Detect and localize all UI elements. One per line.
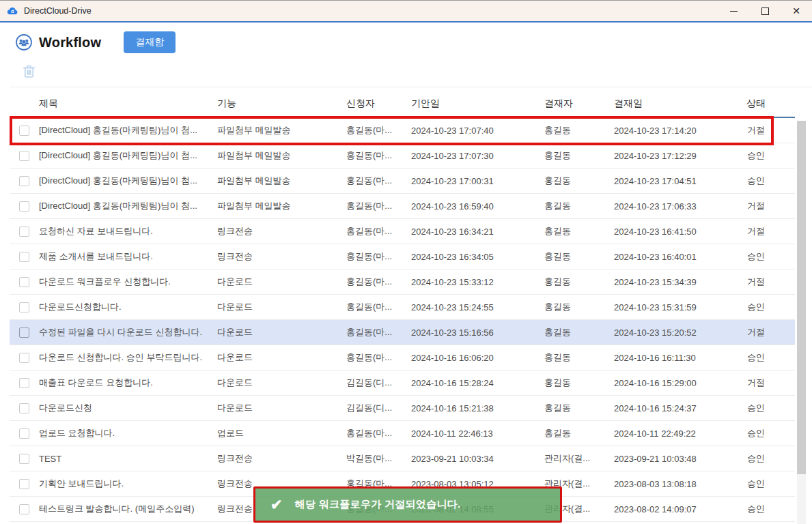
row-checkbox[interactable] bbox=[19, 378, 29, 388]
vertical-scrollbar[interactable] bbox=[797, 121, 806, 524]
table-row[interactable]: 다운로드신청 다운로드 김길동(디... 2024-10-16 15:21:38… bbox=[10, 396, 795, 421]
row-applicant: 홍길동(마... bbox=[346, 124, 411, 136]
row-title: 테스트링크 발송합니다. (메일주소입력) bbox=[39, 503, 217, 515]
row-function: 링크전송 bbox=[217, 225, 346, 237]
row-approval-date: 2024-10-23 16:41:50 bbox=[614, 227, 724, 237]
column-header-draft-date: 기안일 bbox=[411, 98, 544, 110]
row-approval-date: 2024-10-23 15:31:59 bbox=[614, 302, 724, 312]
table-row[interactable]: 다운로드 신청합니다. 승인 부탁드립니다. 다운로드 홍길동(마... 202… bbox=[10, 345, 795, 370]
row-function: 링크전송 bbox=[217, 452, 346, 465]
row-approver: 홍길동 bbox=[544, 351, 614, 364]
row-draft-date: 2024-10-23 17:07:30 bbox=[411, 151, 544, 161]
column-header-approver: 결재자 bbox=[544, 98, 614, 110]
row-function: 파일첨부 메일발송 bbox=[217, 175, 346, 187]
row-approver: 홍길동 bbox=[544, 200, 614, 212]
row-status: 승인 bbox=[724, 402, 795, 414]
row-checkbox[interactable] bbox=[19, 353, 29, 363]
row-status: 승인 bbox=[724, 301, 795, 313]
row-function: 다운로드 bbox=[217, 351, 346, 364]
row-approval-date: 2024-10-23 17:04:51 bbox=[614, 176, 724, 186]
approval-box-button[interactable]: 결재함 bbox=[124, 31, 176, 53]
row-checkbox[interactable] bbox=[19, 504, 29, 514]
table-row[interactable]: 제품 소개서를 보내드립니다. 링크전송 홍길동(마... 2024-10-23… bbox=[10, 244, 795, 270]
row-checkbox[interactable] bbox=[19, 428, 29, 439]
row-checkbox[interactable] bbox=[19, 403, 29, 413]
row-draft-date: 2024-10-23 16:34:21 bbox=[411, 227, 544, 237]
row-approver: 홍길동 bbox=[544, 250, 614, 263]
row-function: 업로드 bbox=[217, 427, 346, 439]
table-row[interactable]: [DirectCloud] 홍길동(마케팅팀)님이 첨... 파일첨부 메일발송… bbox=[10, 143, 795, 169]
titlebar: d DirectCloud-Drive ✕ bbox=[0, 0, 812, 23]
table-row[interactable]: 요청하신 자료 보내드립니다. 링크전송 홍길동(마... 2024-10-23… bbox=[10, 219, 795, 244]
row-checkbox[interactable] bbox=[19, 126, 29, 136]
table-row[interactable]: TEST 링크전송 박길동(마... 2023-09-21 10:03:34 관… bbox=[10, 446, 795, 471]
row-status: 승인 bbox=[724, 351, 795, 364]
row-checkbox[interactable] bbox=[19, 227, 29, 237]
window-title: DirectCloud-Drive bbox=[24, 6, 92, 16]
row-status: 거절 bbox=[724, 200, 795, 212]
row-checkbox[interactable] bbox=[19, 302, 29, 312]
table-row[interactable]: 다운로드신청합니다. 다운로드 홍길동(마... 2024-10-23 15:2… bbox=[10, 295, 795, 320]
row-checkbox[interactable] bbox=[19, 176, 29, 186]
workflow-table: 제목 기능 신청자 기안일 결재자 결재일 상태 [DirectCloud] 홍… bbox=[10, 91, 795, 522]
row-draft-date: 2024-10-23 16:59:40 bbox=[411, 201, 544, 212]
row-checkbox[interactable] bbox=[19, 277, 29, 287]
row-status: 거절 bbox=[724, 377, 795, 389]
row-function: 파일첨부 메일발송 bbox=[217, 149, 346, 162]
row-approval-date: 2024-10-23 17:12:29 bbox=[614, 151, 724, 161]
row-title: 기획안 보내드립니다. bbox=[39, 478, 217, 490]
row-checkbox[interactable] bbox=[19, 454, 29, 464]
row-applicant: 홍길동(마... bbox=[346, 250, 411, 263]
row-approval-date: 2024-10-23 17:06:33 bbox=[614, 201, 724, 212]
row-approval-date: 2024-10-16 16:11:30 bbox=[614, 353, 724, 363]
scrollbar-thumb[interactable] bbox=[797, 121, 806, 474]
table-row[interactable]: 수정된 파일을 다시 다운로드 신청합니다. 다운로드 홍길동(마... 202… bbox=[10, 320, 795, 345]
maximize-button[interactable] bbox=[749, 1, 781, 21]
table-row[interactable]: 다운로드 워크플로우 신청합니다. 다운로드 홍길동(마... 2024-10-… bbox=[10, 270, 795, 295]
row-approver: 홍길동 bbox=[544, 326, 614, 338]
workflow-icon bbox=[15, 33, 33, 51]
column-header-title: 제목 bbox=[39, 98, 217, 110]
row-checkbox[interactable] bbox=[19, 328, 29, 338]
minimize-button[interactable] bbox=[718, 1, 749, 21]
row-approval-date: 2023-09-21 10:03:48 bbox=[614, 454, 724, 464]
close-button[interactable]: ✕ bbox=[781, 1, 812, 21]
row-approver: 홍길동 bbox=[544, 124, 614, 136]
row-checkbox[interactable] bbox=[19, 201, 29, 212]
row-approver: 홍길동 bbox=[544, 225, 614, 237]
table-row[interactable]: [DirectCloud] 홍길동(마케팅팀)님이 첨... 파일첨부 메일발송… bbox=[10, 118, 795, 143]
row-applicant: 홍길동(마... bbox=[346, 326, 411, 338]
row-draft-date: 2024-10-16 15:28:24 bbox=[411, 378, 544, 388]
row-draft-date: 2023-09-21 10:03:34 bbox=[411, 454, 544, 464]
row-function: 다운로드 bbox=[217, 377, 346, 389]
maximize-icon bbox=[761, 8, 769, 15]
delete-button[interactable] bbox=[20, 63, 38, 82]
table-row[interactable]: 매출표 다운로드 요청합니다. 다운로드 김길동(디... 2024-10-16… bbox=[10, 370, 795, 396]
row-draft-date: 2024-10-23 15:24:55 bbox=[411, 302, 544, 312]
table-body: [DirectCloud] 홍길동(마케팅팀)님이 첨... 파일첨부 메일발송… bbox=[10, 118, 795, 522]
row-approver: 홍길동 bbox=[544, 276, 614, 288]
row-draft-date: 2024-10-11 22:46:13 bbox=[411, 428, 544, 439]
table-row[interactable]: [DirectCloud] 홍길동(마케팅팀)님이 첨... 파일첨부 메일발송… bbox=[10, 169, 795, 194]
row-checkbox[interactable] bbox=[19, 479, 29, 489]
row-title: 다운로드신청합니다. bbox=[39, 301, 217, 313]
row-title: 업로드 요청합니다. bbox=[39, 427, 217, 439]
svg-text:d: d bbox=[11, 9, 14, 14]
row-status: 승인 bbox=[724, 250, 795, 263]
row-checkbox[interactable] bbox=[19, 252, 29, 262]
toolbar bbox=[20, 63, 812, 81]
row-draft-date: 2024-10-16 15:21:38 bbox=[411, 403, 544, 413]
row-applicant: 홍길동(마... bbox=[346, 200, 411, 212]
table-row[interactable]: 업로드 요청합니다. 업로드 홍길동(마... 2024-10-11 22:46… bbox=[10, 421, 795, 446]
trash-icon bbox=[20, 72, 38, 82]
table-row[interactable]: [DirectCloud] 홍길동(마케팅팀)님이 첨... 파일첨부 메일발송… bbox=[10, 194, 795, 219]
row-checkbox[interactable] bbox=[19, 151, 29, 161]
row-approver: 홍길동 bbox=[544, 175, 614, 187]
row-approver: 홍길동 bbox=[544, 402, 614, 414]
row-draft-date: 2024-10-23 15:16:56 bbox=[411, 328, 544, 338]
toast-notification: ✔ 해당 워크플로우가 거절되었습니다. bbox=[253, 486, 562, 523]
row-status: 거절 bbox=[724, 276, 795, 288]
row-applicant: 홍길동(마... bbox=[346, 149, 411, 162]
row-status: 승인 bbox=[724, 503, 795, 515]
row-approver: 홍길동 bbox=[544, 149, 614, 162]
